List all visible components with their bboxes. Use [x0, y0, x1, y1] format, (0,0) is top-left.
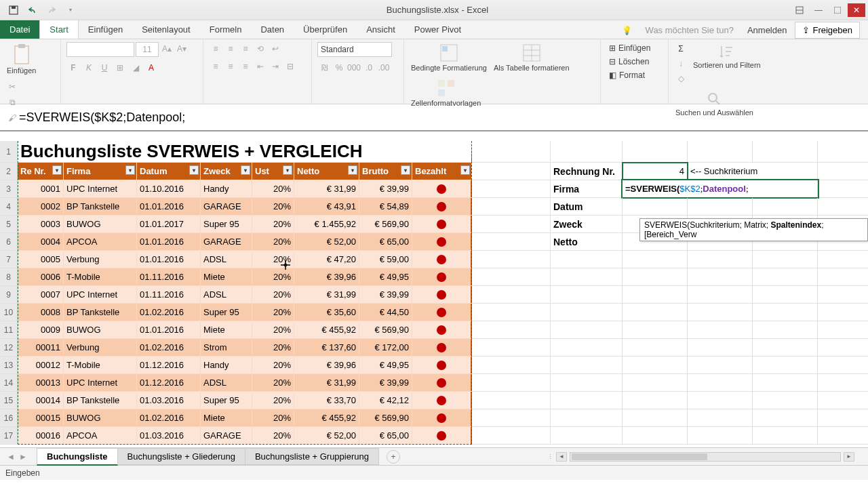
cell-netto-7[interactable]: € 47,20 — [294, 251, 359, 268]
minimize-button[interactable]: — — [810, 3, 827, 17]
increase-font-icon[interactable]: A▴ — [160, 42, 174, 56]
cell-L4[interactable] — [688, 198, 753, 215]
delete-cells-button[interactable]: ⊟Löschen — [606, 56, 652, 68]
cell-J15[interactable] — [551, 392, 623, 409]
increase-indent-icon[interactable]: ⇥ — [269, 60, 282, 73]
cell-J10[interactable] — [551, 304, 623, 321]
row-header-12[interactable]: 12 — [0, 339, 18, 356]
tab-ueberpruefen[interactable]: Überprüfen — [294, 20, 357, 39]
cell-re-14[interactable]: 00013 — [18, 374, 64, 391]
cell-ust-4[interactable]: 20% — [252, 198, 294, 215]
tab-datei[interactable]: Datei — [0, 20, 39, 39]
format-as-table-button[interactable]: Als Tabelle formatieren — [492, 42, 571, 73]
cell-K17[interactable] — [623, 427, 688, 444]
decrease-indent-icon[interactable]: ⇤ — [254, 60, 267, 73]
cell-zweck-15[interactable]: Super 95 — [201, 392, 252, 409]
row-header-6[interactable]: 6 — [0, 233, 18, 250]
cell-zweck-7[interactable]: ADSL — [201, 251, 252, 268]
cell-datum-6[interactable]: 01.01.2016 — [137, 233, 201, 250]
row-header-17[interactable]: 17 — [0, 427, 18, 444]
cell-brutto-4[interactable]: € 54,89 — [359, 198, 412, 215]
currency-icon[interactable]: ₪ — [317, 61, 331, 75]
row-header-13[interactable]: 13 — [0, 357, 18, 373]
cell-ust-11[interactable]: 20% — [252, 321, 294, 338]
cell-firma-7[interactable]: Verbung — [64, 251, 137, 268]
cell-zweck-4[interactable]: GARAGE — [201, 198, 252, 215]
cell-brutto-9[interactable]: € 39,99 — [359, 286, 412, 303]
cell-zweck-12[interactable]: Strom — [201, 339, 252, 356]
align-middle-icon[interactable]: ≡ — [224, 42, 237, 56]
cell-zweck-8[interactable]: Miete — [201, 268, 252, 285]
cell-brutto-8[interactable]: € 49,95 — [359, 268, 412, 285]
cell-brutto-12[interactable]: € 172,00 — [359, 339, 412, 356]
cell-ust-13[interactable]: 20% — [252, 357, 294, 373]
cell-M13[interactable] — [753, 357, 818, 373]
save-icon[interactable] — [5, 2, 22, 18]
cell-M9[interactable] — [753, 286, 818, 303]
cell-firma-10[interactable]: BP Tankstelle — [64, 304, 137, 321]
insert-cells-button[interactable]: ⊞Einfügen — [606, 42, 653, 54]
cell-J1[interactable] — [551, 141, 623, 162]
cell-bezahlt-14[interactable] — [412, 374, 472, 391]
cell-datum-12[interactable]: 01.02.2016 — [137, 339, 201, 356]
clear-icon[interactable]: ◇ — [674, 72, 688, 85]
cell-re-3[interactable]: 0001 — [18, 180, 64, 197]
cell-I12[interactable] — [472, 339, 551, 356]
cell-firma-17[interactable]: APCOA — [64, 427, 137, 444]
cell-re-16[interactable]: 00015 — [18, 409, 64, 426]
row-header-15[interactable]: 15 — [0, 392, 18, 409]
cell-J17[interactable] — [551, 427, 623, 444]
cell-I4[interactable] — [472, 198, 551, 215]
cell-styles-button[interactable]: Zellenformatvorlagen — [410, 77, 482, 108]
cell-datum-13[interactable]: 01.12.2016 — [137, 357, 201, 373]
cell-bezahlt-8[interactable] — [412, 268, 472, 285]
align-bottom-icon[interactable]: ≡ — [239, 42, 252, 56]
cell-K15[interactable] — [623, 392, 688, 409]
cell-K16[interactable] — [623, 409, 688, 426]
row-header-10[interactable]: 10 — [0, 304, 18, 321]
cell-ust-6[interactable]: 20% — [252, 233, 294, 250]
hscroll-right-button[interactable]: ► — [844, 452, 854, 462]
row-header-7[interactable]: 7 — [0, 251, 18, 268]
cell-J14[interactable] — [551, 374, 623, 391]
cell-zweck-10[interactable]: Super 95 — [201, 304, 252, 321]
cell-re-11[interactable]: 0009 — [18, 321, 64, 338]
cell-datum-7[interactable]: 01.01.2016 — [137, 251, 201, 268]
cell-bezahlt-3[interactable] — [412, 180, 472, 197]
filter-icon[interactable]: ▾ — [283, 165, 292, 175]
row-header-4[interactable]: 4 — [0, 198, 18, 215]
cell-bezahlt-10[interactable] — [412, 304, 472, 321]
cell-netto-13[interactable]: € 39,96 — [294, 357, 359, 373]
cell-re-17[interactable]: 00016 — [18, 427, 64, 444]
filter-icon[interactable]: ▾ — [348, 165, 357, 175]
decrease-decimal-icon[interactable]: .00 — [377, 61, 391, 75]
tab-powerpivot[interactable]: Power Pivot — [405, 20, 471, 39]
cell-K10[interactable] — [623, 304, 688, 321]
cell-L17[interactable] — [688, 427, 753, 444]
cell-I17[interactable] — [472, 427, 551, 444]
font-size-input[interactable] — [136, 42, 159, 57]
cell-zweck-5[interactable]: Super 95 — [201, 216, 252, 232]
cell-I3[interactable] — [472, 180, 551, 197]
cell-K12[interactable] — [623, 339, 688, 356]
cell-ust-14[interactable]: 20% — [252, 374, 294, 391]
cell-M16[interactable] — [753, 409, 818, 426]
row-header-9[interactable]: 9 — [0, 286, 18, 303]
cell-netto-10[interactable]: € 35,60 — [294, 304, 359, 321]
cell-bezahlt-9[interactable] — [412, 286, 472, 303]
row-header-1[interactable]: 1 — [0, 141, 18, 162]
header-zweck[interactable]: Zweck▾ — [201, 163, 252, 180]
align-center-icon[interactable]: ≡ — [224, 60, 237, 73]
increase-decimal-icon[interactable]: .0 — [362, 61, 376, 75]
cell-firma-13[interactable]: T-Mobile — [64, 357, 137, 373]
fill-color-icon[interactable]: ◢ — [129, 61, 142, 75]
filter-icon[interactable]: ▾ — [241, 165, 250, 175]
cell-datum-8[interactable]: 01.11.2016 — [137, 268, 201, 285]
cell-zweck-13[interactable]: Handy — [201, 357, 252, 373]
cell-zweck-17[interactable]: GARAGE — [201, 427, 252, 444]
tab-daten[interactable]: Daten — [251, 20, 294, 39]
cell-brutto-17[interactable]: € 65,00 — [359, 427, 412, 444]
cell-brutto-16[interactable]: € 569,90 — [359, 409, 412, 426]
cell-ust-3[interactable]: 20% — [252, 180, 294, 197]
wrap-text-icon[interactable]: ↩ — [269, 42, 282, 56]
